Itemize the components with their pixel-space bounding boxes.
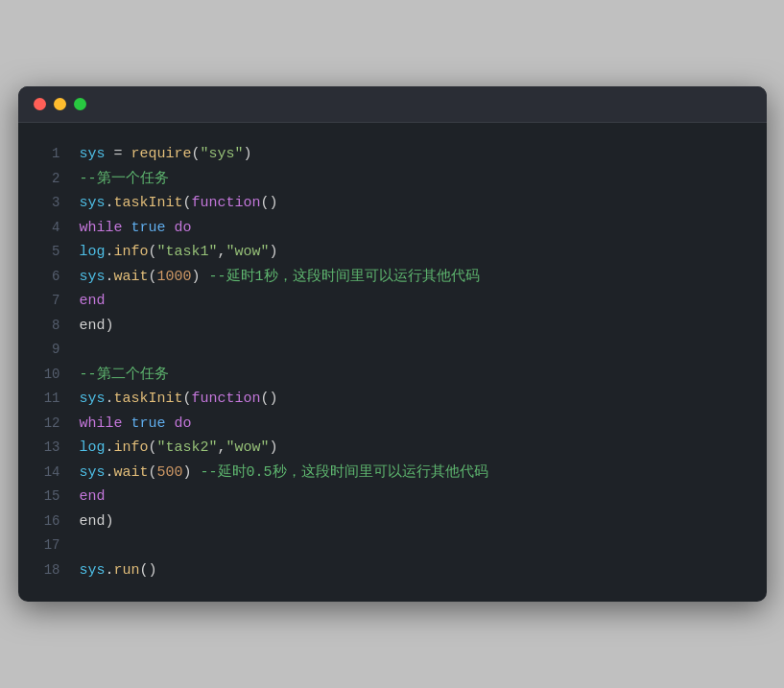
minimize-button[interactable]: [54, 98, 66, 110]
maximize-button[interactable]: [74, 98, 86, 110]
code-token: do: [175, 220, 192, 236]
line-number: 10: [34, 364, 60, 387]
code-token: .: [106, 269, 114, 285]
code-line: 9: [18, 338, 767, 363]
code-token: [166, 220, 175, 236]
line-number: 7: [34, 290, 60, 313]
code-token: "task1": [157, 244, 218, 260]
code-token: "task2": [157, 439, 218, 456]
code-token: sys: [80, 269, 106, 285]
line-content: [80, 534, 751, 558]
code-window: 1sys = require("sys")2--第一个任务3sys.taskIn…: [18, 86, 767, 602]
code-token: ): [183, 464, 192, 481]
code-token: log: [80, 439, 106, 456]
code-token: --第二个任务: [80, 367, 169, 383]
code-token: "wow": [226, 244, 270, 260]
code-token: "sys": [201, 146, 244, 162]
code-token: run: [114, 562, 140, 579]
line-number: 11: [34, 388, 60, 411]
code-token: sys: [80, 391, 106, 407]
line-content: sys.taskInit(function(): [80, 191, 751, 216]
code-token: (: [149, 269, 157, 285]
code-line: 7 end: [18, 289, 767, 314]
code-line: 8end): [18, 314, 767, 339]
code-token: --延时0.5秒，这段时间里可以运行其他代码: [192, 464, 488, 481]
code-token: taskInit: [114, 391, 183, 407]
line-number: 13: [34, 437, 60, 460]
line-content: end: [80, 289, 751, 314]
line-number: 9: [34, 339, 60, 362]
line-content: --第二个任务: [80, 363, 751, 388]
code-line: 1sys = require("sys"): [18, 142, 767, 167]
code-token: [123, 415, 131, 432]
line-content: while true do: [80, 412, 751, 437]
code-token: ,: [218, 439, 226, 456]
line-number: 17: [34, 534, 60, 558]
line-number: 14: [34, 462, 60, 485]
line-number: 3: [34, 192, 60, 215]
code-token: (: [149, 244, 157, 260]
code-line: 10--第二个任务: [18, 363, 767, 388]
code-token: (: [149, 464, 157, 481]
code-token: true: [131, 415, 166, 432]
line-content: sys.taskInit(function(): [80, 387, 751, 412]
line-number: 5: [34, 241, 60, 264]
code-token: 1000: [157, 269, 192, 285]
code-token: end: [80, 488, 106, 505]
code-token: --延时1秒，这段时间里可以运行其他代码: [201, 269, 480, 285]
line-content: log.info("task2","wow"): [80, 436, 751, 461]
code-token: .: [106, 195, 114, 211]
code-token: sys: [80, 562, 106, 579]
line-content: end): [80, 510, 751, 534]
code-line: 13 log.info("task2","wow"): [18, 436, 767, 461]
code-editor: 1sys = require("sys")2--第一个任务3sys.taskIn…: [18, 123, 767, 602]
code-line: 14 sys.wait(500) --延时0.5秒，这段时间里可以运行其他代码: [18, 461, 767, 486]
code-token: 500: [157, 464, 183, 481]
code-token: "wow": [226, 439, 270, 456]
line-number: 6: [34, 266, 60, 289]
code-token: log: [80, 244, 106, 260]
code-token: end): [80, 513, 114, 530]
code-token: (: [183, 195, 192, 211]
line-content: end): [80, 314, 751, 339]
code-token: =: [106, 146, 131, 162]
code-token: taskInit: [114, 195, 183, 211]
code-token: true: [131, 220, 166, 236]
line-content: [80, 338, 751, 363]
line-number: 15: [34, 486, 60, 509]
code-token: wait: [114, 269, 149, 285]
code-line: 4 while true do: [18, 216, 767, 241]
code-token: while: [80, 415, 123, 432]
code-token: sys: [80, 146, 106, 162]
code-token: (: [183, 391, 192, 407]
code-token: .: [106, 562, 114, 579]
code-token: wait: [114, 464, 149, 481]
line-content: log.info("task1","wow"): [80, 240, 751, 265]
code-token: ): [270, 244, 278, 260]
code-token: sys: [80, 195, 106, 211]
code-token: [123, 220, 131, 236]
code-token: ): [192, 269, 201, 285]
code-token: ,: [218, 244, 226, 260]
code-token: function: [192, 195, 261, 211]
code-token: info: [114, 439, 149, 456]
line-number: 16: [34, 510, 60, 534]
line-content: --第一个任务: [80, 167, 751, 192]
code-token: end): [80, 318, 114, 334]
code-line: 5 log.info("task1","wow"): [18, 240, 767, 265]
line-number: 8: [34, 315, 60, 338]
line-content: sys.wait(1000) --延时1秒，这段时间里可以运行其他代码: [80, 265, 751, 290]
code-token: ): [244, 146, 252, 162]
close-button[interactable]: [34, 98, 46, 110]
line-number: 2: [34, 168, 60, 191]
code-token: .: [106, 244, 114, 260]
line-number: 12: [34, 413, 60, 436]
code-token: do: [175, 415, 192, 432]
code-token: (: [192, 146, 201, 162]
code-token: (): [261, 391, 278, 407]
code-token: (: [149, 439, 157, 456]
line-content: sys.wait(500) --延时0.5秒，这段时间里可以运行其他代码: [80, 461, 751, 486]
code-token: .: [106, 464, 114, 481]
code-line: 11sys.taskInit(function(): [18, 387, 767, 412]
code-token: .: [106, 439, 114, 456]
